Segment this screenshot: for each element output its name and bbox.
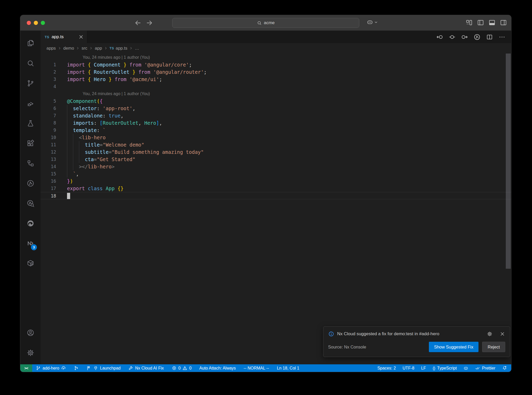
notification-title: Nx Cloud suggested a fix for demo:test i…: [337, 331, 484, 337]
workbench: 3 TS app.ts appsdemosrcappTSapp.ts… You,…: [20, 31, 511, 364]
token: [150, 69, 153, 75]
status-prettier[interactable]: Prettier: [475, 366, 495, 371]
close-tab-button[interactable]: [78, 34, 84, 40]
status-vim-mode[interactable]: -- NORMAL --: [244, 366, 269, 371]
token: lib-hero: [88, 164, 112, 169]
activity-search[interactable]: [20, 53, 41, 73]
code-line[interactable]: 10 <lib-hero: [41, 134, 511, 141]
history-forward-button[interactable]: [145, 19, 153, 27]
tab-app-ts[interactable]: TS app.ts: [41, 31, 87, 43]
close-window-button[interactable]: [27, 21, 31, 25]
nx-graph-search-icon: [26, 199, 35, 207]
graph-circle-icon[interactable]: [474, 34, 481, 41]
plug-icon: [93, 366, 98, 371]
split-editor-icon[interactable]: [486, 34, 493, 41]
chevron-right-icon: [58, 46, 62, 50]
code-line[interactable]: 15 `,: [41, 170, 511, 177]
status-auto-attach[interactable]: Auto Attach: Always: [199, 366, 236, 371]
status-problems[interactable]: 00: [172, 366, 192, 371]
token: `: [103, 127, 105, 133]
notification-source: Source: Nx Console: [328, 345, 429, 350]
status-eol[interactable]: LF: [421, 366, 426, 371]
toggle-secondary-sidebar-icon[interactable]: [500, 19, 507, 26]
more-actions-icon[interactable]: [498, 34, 506, 41]
code-line[interactable]: 5@Component({: [41, 97, 511, 105]
breadcrumb-item-appts[interactable]: TSapp.ts: [110, 46, 128, 51]
status-label: Spaces: 2: [377, 366, 396, 371]
activity-nx-console[interactable]: 3: [20, 233, 41, 253]
breadcrumb-item-src[interactable]: src: [82, 46, 87, 51]
breadcrumb-label: app.ts: [116, 46, 127, 51]
circle-node-icon[interactable]: [449, 34, 456, 41]
reject-button[interactable]: Reject: [482, 342, 505, 352]
status-language[interactable]: {}TypeScript: [433, 366, 457, 371]
activity-settings[interactable]: [20, 343, 41, 363]
command-center-search[interactable]: acme: [172, 18, 359, 28]
line-number: 11: [41, 141, 56, 148]
activity-run-debug[interactable]: [20, 93, 41, 113]
breadcrumb-item-app[interactable]: app: [95, 46, 102, 51]
zoom-window-button[interactable]: [41, 21, 45, 25]
account-menu[interactable]: [367, 19, 378, 25]
activity-project-flow[interactable]: [20, 153, 41, 173]
status-notifications[interactable]: [502, 366, 507, 371]
activity-edge-browser[interactable]: [20, 213, 41, 233]
code-line[interactable]: 3import { Hero } from '@acme/ui';: [41, 76, 511, 83]
code-line[interactable]: 7 standalone: true,: [41, 112, 511, 119]
close-icon[interactable]: [500, 331, 505, 337]
show-suggested-fix-button[interactable]: Show Suggested Fix: [429, 342, 478, 352]
gear-icon[interactable]: [487, 331, 493, 337]
token: Component: [94, 62, 121, 68]
activity-nx-graph-search[interactable]: [20, 193, 41, 213]
code-line[interactable]: 8 imports: [RouterOutlet, Hero],: [41, 119, 511, 127]
status-label: Auto Attach: Always: [199, 366, 236, 371]
status-launchpad[interactable]: Launchpad: [87, 366, 121, 371]
activity-extensions[interactable]: [20, 133, 41, 153]
status-branch[interactable]: add-hero: [36, 366, 66, 371]
activity-nx-graph[interactable]: [20, 173, 41, 193]
customize-layout-icon[interactable]: [466, 19, 473, 26]
token: [127, 76, 129, 82]
token: [127, 62, 129, 68]
remote-indicator[interactable]: ><: [20, 364, 32, 372]
status-nx-cloud-ai-fix[interactable]: Nx Cloud AI Fix: [128, 366, 164, 371]
toggle-panel-icon[interactable]: [488, 19, 496, 26]
code-line[interactable]: 9 template: `: [41, 127, 511, 134]
chevron-down-icon: [374, 20, 378, 24]
minimize-window-button[interactable]: [34, 21, 38, 25]
status-copilot[interactable]: [463, 366, 468, 371]
code-line[interactable]: 1import { Component } from '@angular/cor…: [41, 61, 511, 68]
status-encoding[interactable]: UTF-8: [403, 366, 414, 371]
breadcrumb-item-apps[interactable]: apps: [46, 46, 56, 51]
code-line[interactable]: 13 cta="Get Started": [41, 156, 511, 163]
code-line[interactable]: 6 selector: 'app-root',: [41, 105, 511, 112]
code-text: <lib-hero: [67, 134, 106, 141]
breadcrumb-item-[interactable]: …: [135, 46, 139, 51]
activity-testing[interactable]: [20, 113, 41, 133]
history-back-button[interactable]: [134, 19, 142, 27]
code-text: import { Component } from '@angular/core…: [67, 61, 192, 68]
status-git-graph[interactable]: [74, 366, 79, 371]
code-line[interactable]: 18: [41, 192, 511, 199]
token: [141, 62, 144, 68]
activity-explorer[interactable]: [20, 33, 41, 53]
code-line[interactable]: 17export class App {}: [41, 185, 511, 192]
status-indentation[interactable]: Spaces: 2: [377, 366, 396, 371]
toggle-sidebar-icon[interactable]: [477, 19, 484, 26]
status-cursor-position[interactable]: Ln 18, Col 1: [277, 366, 299, 371]
code-line[interactable]: 11 title="Welcmoe demo": [41, 141, 511, 148]
token: title: [85, 142, 100, 148]
activity-containers[interactable]: [20, 253, 41, 273]
code-line[interactable]: 4: [41, 83, 511, 90]
activity-accounts[interactable]: [20, 323, 41, 343]
code-editor[interactable]: You, 24 minutes ago | 1 author (You)1imp…: [41, 53, 511, 364]
nav-forward-circle-icon[interactable]: [461, 34, 468, 41]
breadcrumb-item-demo[interactable]: demo: [63, 46, 74, 51]
code-line[interactable]: 12 subtitle="Build something amazing tod…: [41, 148, 511, 156]
code-line[interactable]: 16}): [41, 177, 511, 185]
activity-source-control[interactable]: [20, 73, 41, 93]
nav-back-circle-icon[interactable]: [436, 34, 443, 41]
code-line[interactable]: 2import { RouterOutlet } from '@angular/…: [41, 68, 511, 76]
code-line[interactable]: 14 ></lib-hero>: [41, 163, 511, 170]
token: '@angular/router': [153, 69, 204, 75]
